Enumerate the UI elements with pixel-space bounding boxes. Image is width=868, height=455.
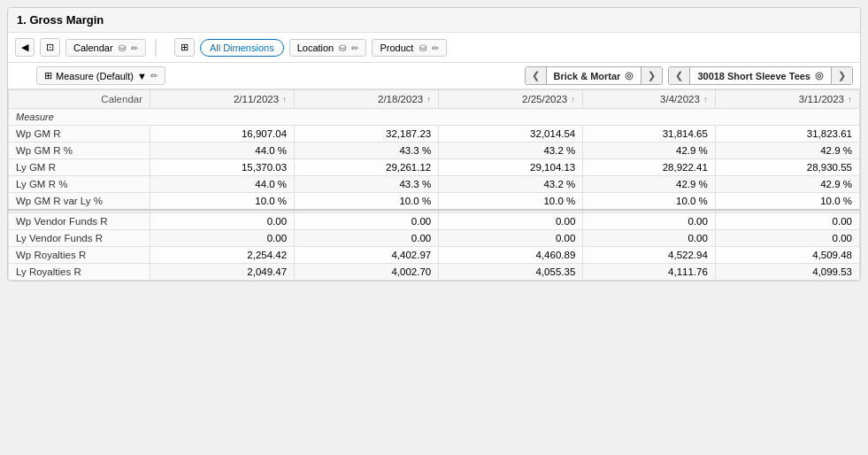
header-calendar: Calendar (9, 90, 150, 109)
sort-arrow-2: ↑ (571, 95, 575, 104)
product-edit-icon[interactable]: ✏ (432, 43, 439, 53)
layout-button[interactable]: ⊡ (40, 38, 60, 57)
location-button[interactable]: Location ⛁ ✏ (289, 39, 367, 57)
cell-value: 4,002.70 (295, 264, 439, 281)
cell-value: 2,049.47 (150, 264, 295, 281)
table-header-row: Calendar 2/11/2023 ↑ 2/18/2023 ↑ (9, 90, 860, 109)
cell-value: 10.0 % (295, 193, 439, 211)
cell-value: 32,014.54 (439, 126, 583, 143)
header-col-2: 2/25/2023 ↑ (439, 90, 583, 109)
location-edit-icon[interactable]: ✏ (351, 43, 358, 53)
row-label: Wp Vendor Funds R (9, 213, 150, 230)
expand-icon: ⊞ (181, 42, 188, 53)
cell-value: 28,922.41 (583, 159, 716, 176)
row-label: Ly GM R % (9, 176, 150, 193)
toolbar-row1: ◀ ⊡ Calendar ⛁ ✏ ⊞ All Dimensions Locati… (8, 33, 860, 63)
cell-value: 42.9 % (715, 143, 859, 159)
cell-value: 43.3 % (295, 176, 439, 193)
table-row: Wp GM R var Ly %10.0 %10.0 %10.0 %10.0 %… (9, 193, 860, 211)
cell-value: 31,823.61 (715, 126, 859, 143)
product-network-icon: ⛁ (419, 43, 426, 53)
header-col-4: 3/11/2023 ↑ (715, 90, 859, 109)
toolbar-row2: ⊞ Measure (Default) ▼ ✏ ❮ Brick & Mortar… (8, 63, 860, 89)
cell-value: 10.0 % (150, 193, 295, 211)
cell-value: 16,907.04 (150, 126, 295, 143)
brick-mortar-nav: ❮ Brick & Mortar ◎ ❯ (525, 66, 664, 85)
table-row: Ly Royalties R2,049.474,002.704,055.354,… (9, 264, 860, 281)
row-label: Ly GM R (9, 159, 150, 176)
brick-mortar-label: Brick & Mortar ◎ (546, 67, 642, 84)
toolbar-right: ⊞ All Dimensions Location ⛁ ✏ Product ⛁ … (174, 38, 853, 57)
sort-arrow-3: ↑ (703, 95, 708, 104)
product-next[interactable]: ❯ (832, 67, 852, 84)
row-label: Wp GM R var Ly % (9, 193, 150, 211)
cell-value: 43.3 % (295, 143, 439, 159)
header-col-3: 3/4/2023 ↑ (583, 90, 716, 109)
data-table: Calendar 2/11/2023 ↑ 2/18/2023 ↑ (8, 89, 860, 281)
collapse-button[interactable]: ◀ (15, 38, 35, 57)
cell-value: 10.0 % (439, 193, 583, 211)
row-label: Wp GM R (9, 126, 150, 143)
product-prev[interactable]: ❮ (669, 67, 689, 84)
collapse-icon: ◀ (21, 42, 28, 53)
sort-arrow-1: ↑ (426, 95, 431, 104)
cell-value: 44.0 % (150, 143, 295, 159)
cell-value: 0.00 (150, 230, 295, 247)
cell-value: 10.0 % (583, 193, 716, 211)
cell-value: 15,370.03 (150, 159, 295, 176)
cell-value: 4,402.97 (295, 247, 439, 264)
layout-icon: ⊡ (46, 42, 54, 53)
cell-value: 32,187.23 (295, 126, 439, 143)
table-section-header: Measure (9, 109, 860, 126)
sort-arrow-4: ↑ (848, 95, 852, 104)
cell-value: 0.00 (583, 230, 716, 247)
cell-value: 0.00 (150, 213, 295, 230)
cell-value: 10.0 % (715, 193, 859, 211)
divider1 (155, 39, 157, 57)
cell-value: 4,509.48 (715, 247, 859, 264)
row-label: Wp GM R % (9, 143, 150, 159)
all-dimensions-button[interactable]: All Dimensions (200, 39, 284, 57)
cell-value: 43.2 % (439, 176, 583, 193)
widget-title: 1. Gross Margin (8, 8, 860, 33)
expand-button[interactable]: ⊞ (174, 38, 195, 57)
table-row: Ly GM R %44.0 %43.3 %43.2 %42.9 %42.9 % (9, 176, 860, 193)
data-table-wrapper: Calendar 2/11/2023 ↑ 2/18/2023 ↑ (8, 89, 860, 281)
cell-value: 2,254.42 (150, 247, 295, 264)
calendar-network-icon: ⛁ (119, 43, 126, 53)
cell-value: 0.00 (295, 230, 439, 247)
dropdown-arrow: ▼ (137, 71, 147, 81)
cell-value: 0.00 (295, 213, 439, 230)
product-button[interactable]: Product ⛁ ✏ (372, 39, 446, 57)
row-label: Wp Royalties R (9, 247, 150, 264)
toolbar-left: ◀ ⊡ Calendar ⛁ ✏ (15, 38, 146, 57)
brick-mortar-target-icon: ◎ (625, 70, 634, 81)
row-label: Ly Royalties R (9, 264, 150, 281)
table-row: Ly GM R15,370.0329,261.1229,104.1328,922… (9, 159, 860, 176)
calendar-edit-icon[interactable]: ✏ (131, 43, 138, 53)
cell-value: 29,261.12 (295, 159, 439, 176)
brick-mortar-prev[interactable]: ❮ (526, 67, 546, 84)
calendar-button[interactable]: Calendar ⛁ ✏ (65, 39, 146, 57)
table-row: Wp Vendor Funds R0.000.000.000.000.00 (9, 213, 860, 230)
cell-value: 4,460.89 (439, 247, 583, 264)
header-col-1: 2/18/2023 ↑ (295, 90, 439, 109)
brick-mortar-next[interactable]: ❯ (641, 67, 662, 84)
table-row: Wp Royalties R2,254.424,402.974,460.894,… (9, 247, 860, 264)
cell-value: 29,104.13 (439, 159, 583, 176)
cell-value: 0.00 (715, 230, 859, 247)
layout2-icon: ⊞ (44, 70, 52, 81)
cell-value: 4,111.76 (583, 264, 716, 281)
cell-value: 42.9 % (583, 143, 716, 159)
gross-margin-widget: 1. Gross Margin ◀ ⊡ Calendar ⛁ ✏ ⊞ All (7, 7, 861, 281)
table-row: Wp GM R16,907.0432,187.2332,014.5431,814… (9, 126, 860, 143)
cell-value: 4,099.53 (715, 264, 859, 281)
cell-value: 4,055.35 (439, 264, 583, 281)
table-row: Wp GM R %44.0 %43.3 %43.2 %42.9 %42.9 % (9, 143, 860, 159)
measure-edit-icon[interactable]: ✏ (150, 71, 157, 81)
cell-value: 31,814.65 (583, 126, 716, 143)
product-target-icon: ◎ (815, 70, 824, 81)
table-row: Ly Vendor Funds R0.000.000.000.000.00 (9, 230, 860, 247)
measure-dropdown[interactable]: ⊞ Measure (Default) ▼ ✏ (36, 66, 165, 85)
cell-value: 43.2 % (439, 143, 583, 159)
